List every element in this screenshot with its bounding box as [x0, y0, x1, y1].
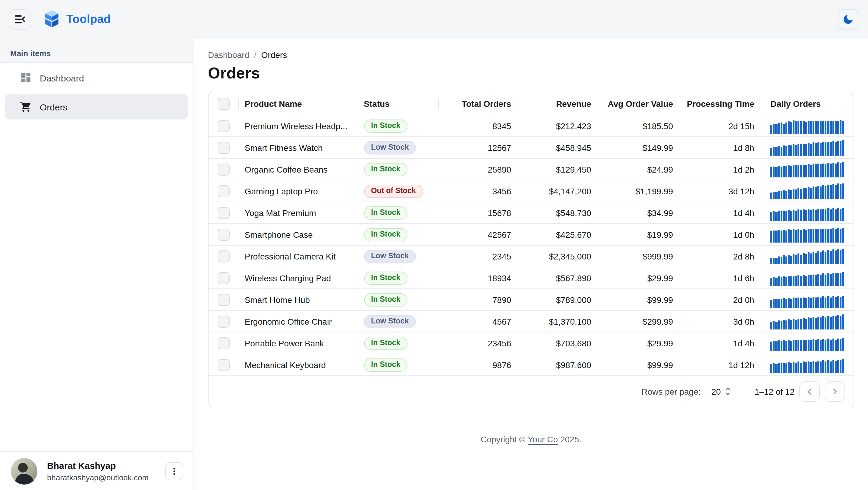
cell-total-orders: 2345 — [439, 246, 518, 267]
breadcrumb-link-dashboard[interactable]: Dashboard — [208, 50, 249, 60]
daily-orders-sparkline — [771, 162, 844, 177]
table-row[interactable]: Portable Power BankIn Stock23456$703,680… — [209, 333, 854, 354]
cell-total-orders: 8345 — [439, 115, 518, 136]
cell-checkbox — [209, 137, 239, 158]
table-row[interactable]: Ergonomic Office ChairLow Stock4567$1,37… — [209, 311, 854, 333]
sidebar-section-header: Main items — [0, 39, 193, 63]
user-account-section: Bharat Kashyap bharatkashyap@outlook.com — [0, 451, 193, 490]
cell-product-name: Yoga Mat Premium — [239, 202, 359, 223]
cell-status: In Stock — [359, 267, 439, 288]
cell-product-name: Mechanical Keyboard — [239, 354, 359, 375]
cell-checkbox — [209, 289, 239, 310]
cell-revenue: $129,450 — [517, 159, 597, 180]
row-checkbox[interactable] — [218, 185, 230, 197]
daily-orders-sparkline — [771, 205, 844, 221]
status-badge: In Stock — [364, 206, 407, 219]
row-checkbox[interactable] — [218, 207, 230, 219]
cell-total-orders: 25890 — [439, 159, 518, 180]
column-header-status[interactable]: Status — [359, 92, 439, 115]
rows-per-page-select[interactable]: 20 — [701, 386, 733, 397]
breadcrumb: Dashboard / Orders — [208, 50, 868, 60]
row-checkbox[interactable] — [218, 359, 230, 371]
sidebar-item-dashboard[interactable]: Dashboard — [5, 65, 188, 90]
table-row[interactable]: Smart Home HubIn Stock7890$789,000$99.99… — [209, 289, 854, 311]
row-checkbox[interactable] — [218, 315, 230, 327]
row-checkbox[interactable] — [218, 250, 230, 262]
user-name: Bharat Kashyap — [47, 460, 165, 471]
table-row[interactable]: Organic Coffee BeansIn Stock25890$129,45… — [209, 159, 854, 180]
cell-product-name: Portable Power Bank — [239, 333, 359, 354]
column-header-aov[interactable]: Avg Order Value — [597, 92, 679, 115]
breadcrumb-separator: / — [254, 50, 256, 60]
column-header-label: Avg Order Value — [608, 99, 673, 108]
column-header-ptime[interactable]: Processing Time — [679, 92, 761, 115]
user-meta: Bharat Kashyap bharatkashyap@outlook.com — [47, 460, 165, 483]
chevron-right-icon — [829, 385, 841, 397]
row-checkbox[interactable] — [218, 337, 230, 349]
cell-total-orders: 7890 — [439, 289, 518, 310]
status-badge: In Stock — [364, 119, 407, 133]
user-email: bharatkashyap@outlook.com — [47, 472, 165, 483]
status-badge: In Stock — [364, 271, 407, 285]
footer-company-link[interactable]: Your Co — [528, 434, 558, 444]
row-checkbox[interactable] — [218, 272, 230, 284]
cell-total-orders: 15678 — [439, 202, 518, 223]
cell-total-orders: 18934 — [439, 267, 518, 288]
row-checkbox[interactable] — [218, 228, 230, 240]
cell-daily-orders — [761, 180, 854, 202]
table-header-row: Product NameStatusTotal OrdersRevenueAvg… — [209, 92, 854, 115]
row-checkbox[interactable] — [218, 142, 230, 153]
status-badge: In Stock — [364, 228, 407, 241]
cell-product-name: Smart Fitness Watch — [239, 137, 359, 158]
cell-processing-time: 1d 12h — [679, 354, 761, 375]
column-header-product[interactable]: Product Name — [239, 92, 359, 115]
cell-checkbox — [209, 159, 239, 180]
table-row[interactable]: Smart Fitness WatchLow Stock12567$458,94… — [209, 137, 854, 159]
cell-daily-orders — [761, 333, 854, 354]
column-header-total[interactable]: Total Orders — [439, 92, 518, 115]
pagination-bar: Rows per page: 20 1–12 of 12 — [209, 376, 854, 407]
cell-status: Out of Stock — [359, 180, 439, 202]
rows-per-page-label: Rows per page: — [641, 386, 701, 396]
user-menu-button[interactable] — [165, 462, 183, 480]
cell-product-name: Ergonomic Office Chair — [239, 311, 359, 332]
cell-product-name: Professional Camera Kit — [239, 246, 359, 267]
column-header-label: Processing Time — [687, 99, 754, 108]
select-all-checkbox[interactable] — [218, 97, 230, 110]
cell-daily-orders — [761, 246, 854, 267]
cell-checkbox — [209, 333, 239, 354]
cell-product-name: Smartphone Case — [239, 224, 359, 245]
cell-daily-orders — [761, 159, 854, 180]
collapse-sidebar-button[interactable] — [10, 9, 30, 30]
cell-status: Low Stock — [359, 137, 439, 158]
table-row[interactable]: Professional Camera KitLow Stock2345$2,3… — [209, 246, 854, 267]
cell-checkbox — [209, 202, 239, 223]
table-row[interactable]: Smartphone CaseIn Stock42567$425,670$19.… — [209, 224, 854, 246]
cell-total-orders: 42567 — [439, 224, 518, 245]
kebab-menu-icon — [169, 466, 179, 476]
table-row[interactable]: Premium Wireless Headp...In Stock8345$21… — [209, 115, 854, 137]
cell-checkbox — [209, 354, 239, 375]
cell-revenue: $567,890 — [517, 267, 597, 288]
row-checkbox[interactable] — [218, 163, 230, 175]
brand[interactable]: Toolpad — [43, 10, 111, 28]
row-checkbox[interactable] — [218, 120, 230, 132]
cell-checkbox — [209, 246, 239, 267]
table-row[interactable]: Mechanical KeyboardIn Stock9876$987,600$… — [209, 354, 854, 376]
cell-revenue: $4,147,200 — [517, 180, 597, 202]
orders-table: Product NameStatusTotal OrdersRevenueAvg… — [208, 92, 854, 407]
daily-orders-sparkline — [771, 248, 844, 264]
row-checkbox[interactable] — [218, 294, 230, 306]
table-row[interactable]: Wireless Charging PadIn Stock18934$567,8… — [209, 267, 854, 289]
column-header-daily[interactable]: Daily Orders — [761, 92, 854, 115]
sidebar-item-orders[interactable]: Orders — [5, 94, 188, 119]
column-header-revenue[interactable]: Revenue — [517, 92, 597, 115]
theme-toggle-button[interactable] — [838, 9, 858, 30]
cell-processing-time: 3d 12h — [679, 180, 761, 202]
cell-checkbox — [209, 180, 239, 202]
table-row[interactable]: Yoga Mat PremiumIn Stock15678$548,730$34… — [209, 202, 854, 224]
next-page-button[interactable] — [825, 381, 845, 402]
cell-avg-order-value: $34.99 — [597, 202, 679, 223]
previous-page-button[interactable] — [799, 381, 820, 402]
table-row[interactable]: Gaming Laptop ProOut of Stock3456$4,147,… — [209, 180, 854, 202]
